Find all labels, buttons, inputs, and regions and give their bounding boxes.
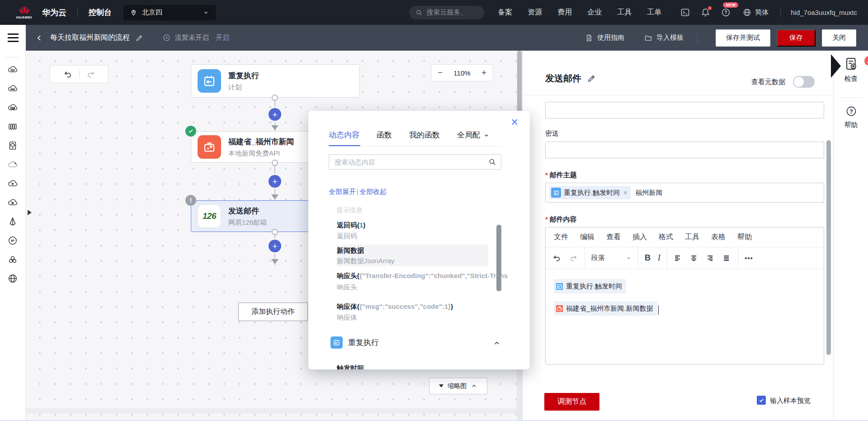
region-selector[interactable]: 北京四 — [123, 5, 216, 20]
edit-title-button[interactable] — [135, 34, 143, 42]
menu-table[interactable]: 表格 — [711, 232, 726, 242]
add-action-button[interactable]: 添加执行动作 — [238, 303, 308, 321]
menu-format[interactable]: 格式 — [659, 232, 673, 242]
more-tools-button[interactable]: ••• — [745, 254, 753, 262]
nav-billing[interactable]: 费用 — [557, 8, 572, 17]
huawei-logo[interactable]: HUAWEI — [16, 6, 32, 19]
align-justify-button[interactable] — [722, 254, 731, 263]
content-dynamic-tag[interactable]: 福建省_福州市新闻.新闻数据 — [554, 301, 657, 316]
insert-step-button[interactable]: + — [269, 240, 281, 252]
tab-global-config[interactable]: 全局配 — [457, 130, 490, 140]
save-button[interactable]: 保存 — [777, 29, 816, 47]
clipped-list-item[interactable]: 触发时间 — [337, 364, 364, 369]
rename-node-button[interactable] — [587, 74, 596, 83]
bcc-field[interactable] — [545, 142, 824, 158]
minimap-toggle[interactable]: 缩略图 — [429, 378, 487, 394]
section-repeat-execution[interactable]: 重复执行 — [330, 336, 379, 349]
zoom-in-button[interactable]: + — [481, 68, 486, 78]
sidebar-cloud-icon[interactable] — [4, 155, 22, 174]
align-right-button[interactable] — [706, 254, 715, 263]
node-repeat-trigger[interactable]: 重复执行 计划 — [191, 64, 360, 98]
nav-beian[interactable]: 备案 — [498, 8, 512, 17]
menu-insert[interactable]: 插入 — [632, 232, 647, 242]
sidebar-ip-icon[interactable]: IP — [4, 231, 22, 250]
sidebar-cluster-icon[interactable] — [4, 250, 22, 269]
tab-my-functions[interactable]: 我的函数 — [409, 130, 440, 140]
account-name[interactable]: hid_7oa3uuxfq_muxtc — [791, 9, 857, 16]
subject-field[interactable]: 重复执行.触发时间 × 福州新闻 — [545, 183, 824, 203]
menu-help[interactable]: 帮助 — [737, 232, 752, 242]
italic-button[interactable]: I — [658, 253, 660, 263]
editor-redo-button[interactable] — [569, 253, 578, 263]
sidebar-expand-handle[interactable] — [28, 210, 32, 215]
modal-search-box[interactable] — [329, 154, 501, 170]
check-panel-button[interactable]: 2 检查 — [834, 56, 868, 83]
cc-field[interactable] — [545, 102, 824, 118]
back-button[interactable] — [35, 33, 44, 43]
nav-enterprise[interactable]: 企业 — [587, 8, 602, 17]
menu-edit[interactable]: 编辑 — [580, 232, 594, 242]
nav-resources[interactable]: 资源 — [528, 8, 542, 17]
modal-close-button[interactable]: × — [511, 116, 518, 128]
subject-dynamic-tag[interactable]: 重复执行.触发时间 × — [549, 186, 631, 199]
panel-scrollbar-thumb[interactable] — [826, 140, 831, 355]
editor-undo-button[interactable] — [552, 253, 561, 263]
cli-terminal-icon[interactable] — [680, 7, 690, 18]
content-dynamic-tag[interactable]: 重复执行.触发时间 — [554, 279, 626, 293]
sidebar-cloud-upload-icon[interactable] — [4, 174, 22, 193]
bold-button[interactable]: B — [645, 253, 651, 263]
undo-button[interactable] — [63, 69, 73, 79]
tab-functions[interactable]: 函数 — [377, 130, 392, 140]
sidebar-prism-icon[interactable] — [4, 212, 22, 231]
user-guide-link[interactable]: 使用指南 — [585, 33, 624, 42]
list-item-response-body[interactable]: 响应体({"msg":"success","code":1}) — [337, 303, 453, 311]
remove-tag-button[interactable]: × — [623, 189, 627, 196]
help-question-icon[interactable]: ? NEW — [721, 7, 731, 18]
nav-tickets[interactable]: 工单 — [647, 8, 661, 17]
save-and-test-button[interactable]: 保存并测试 — [716, 29, 770, 47]
collapse-section-button[interactable] — [493, 339, 501, 347]
sidebar-globe-icon[interactable] — [4, 269, 22, 288]
paragraph-style-dropdown[interactable]: 段落 — [591, 254, 632, 262]
menu-file[interactable]: 文件 — [554, 232, 568, 242]
modal-search-input[interactable] — [335, 158, 488, 166]
brand-huaweicloud[interactable]: 华为云 — [42, 7, 66, 18]
sidebar-storage-icon[interactable] — [4, 136, 22, 155]
list-item-news-data[interactable]: 新闻数据 — [337, 246, 364, 255]
connector-port[interactable] — [272, 95, 278, 101]
help-panel-button[interactable]: ? 帮助 — [834, 105, 868, 129]
align-center-button[interactable] — [690, 254, 699, 263]
notifications-bell-icon[interactable] — [700, 7, 711, 18]
tab-dynamic-content[interactable]: 动态内容 — [329, 130, 359, 140]
align-left-button[interactable] — [674, 254, 683, 263]
redo-button[interactable] — [86, 69, 96, 79]
insert-step-button[interactable]: + — [269, 175, 281, 188]
editor-content[interactable]: 重复执行.触发时间 福建省_福州市新闻.新闻数据 — [546, 269, 824, 326]
search-icon[interactable] — [488, 158, 496, 166]
nav-tools[interactable]: 工具 — [617, 8, 632, 17]
sidebar-waves-icon[interactable] — [4, 117, 22, 136]
console-link[interactable]: 控制台 — [89, 7, 112, 18]
modal-scrollbar-thumb[interactable] — [496, 225, 501, 291]
sample-preview-checkbox[interactable] — [757, 396, 766, 405]
connector-port[interactable] — [272, 160, 278, 166]
language-switcher[interactable]: 简体 — [742, 8, 769, 17]
insert-step-button[interactable]: + — [269, 108, 281, 121]
list-item-return-code[interactable]: 返回码(1) — [337, 221, 365, 230]
sidebar-cloud-dots-icon[interactable] — [4, 79, 22, 98]
sidebar-cloud-media-icon[interactable] — [4, 193, 22, 212]
list-item-response-headers[interactable]: 响应头({"Transfer-Encoding":"chunked","Stri… — [337, 272, 508, 280]
import-template-link[interactable]: 导入模板 — [644, 33, 684, 42]
main-menu-button[interactable] — [0, 25, 26, 51]
close-button[interactable]: 关闭 — [822, 29, 856, 47]
enable-flow-link[interactable]: 开启 — [216, 33, 229, 42]
zoom-out-button[interactable]: − — [438, 68, 443, 78]
menu-view[interactable]: 查看 — [606, 232, 621, 242]
expand-all-link[interactable]: 全部展开 — [329, 188, 356, 195]
view-metadata-toggle[interactable] — [793, 76, 815, 88]
sidebar-ecs-icon[interactable] — [4, 60, 22, 79]
debug-node-button[interactable]: 调测节点 — [544, 393, 599, 411]
collapse-all-link[interactable]: 全部收起 — [359, 188, 387, 195]
menu-tools[interactable]: 工具 — [685, 232, 699, 242]
global-search[interactable]: 搜索云服务、 — [409, 6, 484, 19]
